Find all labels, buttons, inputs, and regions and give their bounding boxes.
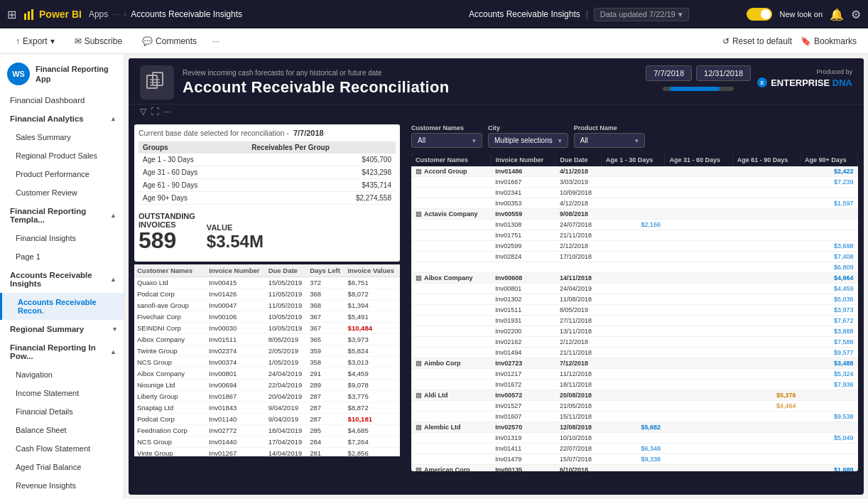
expand-icon[interactable]: ▤ [416,466,422,471]
subscribe-button[interactable]: ✉ Subscribe [70,33,126,49]
rt-a2 [665,305,732,316]
expand-icon[interactable]: ▤ [416,210,422,218]
sidebar-item-aged-trial[interactable]: Aged Trial Balance [0,458,124,476]
right-table-row: Inv01302 11/08/2018 $5,036 [411,294,858,305]
more-options[interactable]: ··· [212,36,219,46]
expand-icon[interactable]: ▤ [416,424,422,431]
expand-icon[interactable]: ▤ [416,168,422,175]
rt-a1 [601,188,665,198]
expand-icon[interactable]: ▤ [416,360,422,367]
rt-due: 15/07/2018 [555,454,601,465]
right-table-row: ▤Actavis Company Inv00559 9/08/2018 [411,209,858,220]
focus-icon[interactable]: ⛶ [151,107,159,117]
current-breadcrumb[interactable]: Accounts Receivable Insights [131,9,242,19]
new-look-toggle[interactable] [747,8,772,21]
expand-icon[interactable]: ▤ [416,274,422,281]
comments-button[interactable]: 💬 Comments [138,33,201,49]
data-updated-badge[interactable]: Data updated 7/22/19 ▾ [594,8,689,21]
filter-customer-select[interactable]: All ▾ [411,133,482,148]
rt-invoice: Inv00559 [491,209,555,220]
toolbar: ↑ Export ▾ ✉ Subscribe 💬 Comments ··· ↺ … [0,28,868,54]
rt-a1 [601,262,665,273]
apps-breadcrumb[interactable]: Apps [89,9,108,19]
rt-customer-name [411,241,491,252]
report-body: Current base date selected for reconcili… [129,119,864,477]
more-icon[interactable]: ··· [163,107,170,117]
sidebar-item-financial-dashboard[interactable]: Financial Dashboard [0,91,124,109]
notification-icon[interactable]: 🔔 [830,8,844,21]
rt-customer-name [411,230,491,241]
rt-customer-name [411,369,491,380]
date-badge-1[interactable]: 7/7/2018 [646,65,692,81]
rt-customer-name [411,444,491,454]
report-header-right: 7/7/2018 12/31/2018 Produced by [646,65,852,91]
rt-invoice: Inv01672 [491,380,555,390]
inv-value-label: VALUE [207,223,264,232]
sidebar-item-fr-in-pow[interactable]: Financial Reporting In Pow... ▲ [0,338,124,365]
sidebar-item-sales-summary[interactable]: Sales Summary [0,128,124,146]
filters-row: Customer Names All ▾ City Multiple selec… [411,124,858,148]
sidebar-item-balance-sheet[interactable]: Balance Sheet [0,421,124,439]
sidebar-item-cash-flow[interactable]: Cash Flow Statement [0,439,124,458]
dt-customer: Aibox Company [134,368,206,380]
sidebar-item-product-performance[interactable]: Product Performance [0,165,124,183]
sidebar-item-ar-insights[interactable]: Accounts Receivable Insights ▲ [0,266,124,293]
new-look-label: New look on [779,10,823,18]
left-panel: Current base date selected for reconcili… [129,119,406,477]
rt-a2 [665,188,732,198]
sidebar-label-sales-summary: Sales Summary [16,133,71,141]
bookmarks-button[interactable]: 🔖 Bookmarks [801,36,857,46]
grid-icon[interactable]: ⊞ [7,8,16,21]
rt-a4: $3,698 [801,241,858,252]
export-button[interactable]: ↑ Export ▾ [11,33,59,49]
filter-icon[interactable]: ▽ [140,107,146,117]
dt-value: $6,751 [345,277,400,289]
rt-a4: $3,888 [801,326,858,337]
right-table-row: Inv00353 4/12/2018 $1,597 [411,198,858,209]
sidebar-item-ar-recon[interactable]: Accounts Receivable Recon. [0,293,124,320]
sidebar-item-navigation[interactable]: Navigation [0,365,124,384]
rt-invoice: Inv02570 [491,422,555,433]
filter-product: Product Name All ▾ [574,124,645,148]
rt-customer-name [411,380,491,390]
sidebar-item-financial-analytics[interactable]: Financial Analytics ▲ [0,109,124,128]
sidebar-item-regional-summary[interactable]: Regional Summary ▾ [0,320,124,338]
sidebar-item-financial-insights[interactable]: Financial Insights [0,229,124,247]
expand-icon[interactable]: ▤ [416,392,422,399]
sidebar-item-regional-product-sales[interactable]: Regional Product Sales [0,146,124,165]
rt-a2 [665,220,732,230]
sidebar-label-financial-details: Financial Details [16,407,73,416]
filter-city-select[interactable]: Multiple selections ▾ [488,133,568,148]
rt-invoice: Inv01667 [491,177,555,188]
sidebar-item-financial-reporting-template[interactable]: Financial Reporting Templa... ▲ [0,202,124,229]
sidebar-item-financial-details[interactable]: Financial Details [0,402,124,421]
detail-row: Feednation Corp Inv02772 18/04/2019 285 … [134,425,400,436]
date-badge-2[interactable]: 12/31/2018 [696,65,751,81]
filter-product-select[interactable]: All ▾ [574,133,645,148]
rt-a2 [665,380,732,390]
date-range-fill [670,87,720,91]
sidebar-item-customer-review[interactable]: Customer Review [0,183,124,202]
chevron-up-icon: ▲ [110,115,116,122]
reset-button[interactable]: ↺ Reset to default [722,36,792,46]
detail-row: Aibox Company Inv01511 8/05/2019 365 $3,… [134,334,400,345]
rt-invoice: Inv01486 [491,166,555,177]
sidebar-item-page1[interactable]: Page 1 [0,247,124,266]
rt-a4 [801,188,858,198]
settings-icon[interactable]: ⚙ [851,8,861,21]
sidebar-label-ar-recon: Accounts Receivable Recon. [18,298,116,315]
rt-a2 [665,294,732,305]
rt-a3 [732,433,800,444]
svg-rect-2 [31,9,33,20]
sidebar-item-income-statement[interactable]: Income Statement [0,384,124,402]
sidebar-label-cash-flow: Cash Flow Statement [16,444,90,453]
rt-a1 [601,294,665,305]
sidebar-label-fr-in-pow: Financial Reporting In Pow... [10,343,110,360]
dt-invoice: Inv01440 [206,436,265,448]
group-name: Age 31 - 60 Days [139,166,247,179]
dt-days: 365 [307,334,345,345]
sidebar-item-revenue-insights[interactable]: Revenue Insights [0,476,124,495]
right-table-container[interactable]: Customer Names Invoice Number Due Date A… [411,154,858,471]
detail-table-container[interactable]: Customer Names Invoice Number Due Date D… [134,264,400,456]
dt-invoice-header: Invoice Number [206,264,265,277]
